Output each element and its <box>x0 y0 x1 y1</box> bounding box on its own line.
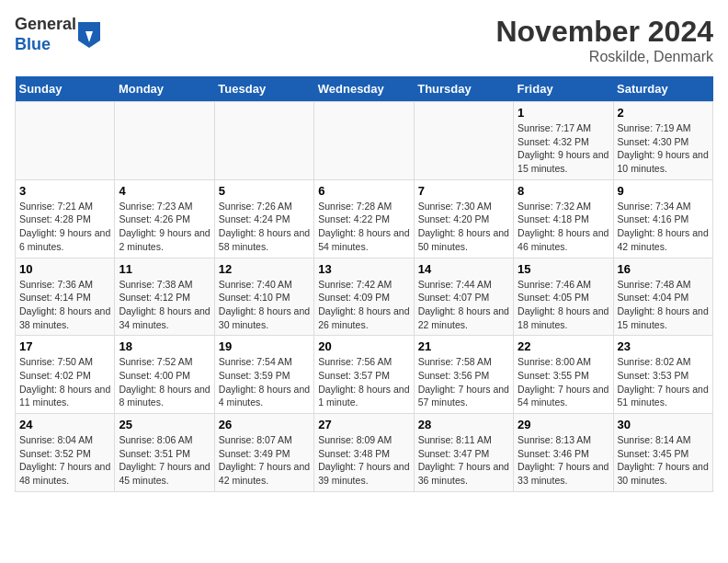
week-row-4: 17Sunrise: 7:50 AM Sunset: 4:02 PM Dayli… <box>16 336 713 414</box>
day-cell: 6Sunrise: 7:28 AM Sunset: 4:22 PM Daylig… <box>314 179 414 258</box>
day-info: Sunrise: 7:40 AM Sunset: 4:10 PM Dayligh… <box>219 278 310 332</box>
day-number: 27 <box>318 418 409 431</box>
day-cell: 11Sunrise: 7:38 AM Sunset: 4:12 PM Dayli… <box>115 258 214 336</box>
day-number: 20 <box>318 339 409 353</box>
day-cell: 27Sunrise: 8:09 AM Sunset: 3:48 PM Dayli… <box>314 414 414 492</box>
day-info: Sunrise: 7:44 AM Sunset: 4:07 PM Dayligh… <box>418 278 509 332</box>
day-info: Sunrise: 7:50 AM Sunset: 4:02 PM Dayligh… <box>19 355 110 409</box>
day-cell: 18Sunrise: 7:52 AM Sunset: 4:00 PM Dayli… <box>115 336 214 414</box>
page-header: General Blue November 2024 Roskilde, Den… <box>15 15 713 65</box>
day-info: Sunrise: 8:04 AM Sunset: 3:52 PM Dayligh… <box>19 433 110 488</box>
day-number: 25 <box>119 418 210 431</box>
day-info: Sunrise: 7:58 AM Sunset: 3:56 PM Dayligh… <box>418 355 509 409</box>
col-friday: Friday <box>514 76 613 102</box>
day-cell: 2Sunrise: 7:19 AM Sunset: 4:30 PM Daylig… <box>613 102 712 180</box>
day-cell: 14Sunrise: 7:44 AM Sunset: 4:07 PM Dayli… <box>414 258 513 336</box>
day-number: 12 <box>219 262 310 276</box>
day-info: Sunrise: 7:38 AM Sunset: 4:12 PM Dayligh… <box>119 278 210 332</box>
day-number: 22 <box>518 339 609 353</box>
day-cell: 16Sunrise: 7:48 AM Sunset: 4:04 PM Dayli… <box>613 258 712 336</box>
day-number: 4 <box>119 184 210 198</box>
day-info: Sunrise: 7:48 AM Sunset: 4:04 PM Dayligh… <box>618 278 709 332</box>
day-info: Sunrise: 7:28 AM Sunset: 4:22 PM Dayligh… <box>318 200 409 254</box>
day-info: Sunrise: 7:26 AM Sunset: 4:24 PM Dayligh… <box>219 200 310 254</box>
day-cell: 23Sunrise: 8:02 AM Sunset: 3:53 PM Dayli… <box>613 336 712 414</box>
week-row-5: 24Sunrise: 8:04 AM Sunset: 3:52 PM Dayli… <box>16 414 713 492</box>
day-info: Sunrise: 7:56 AM Sunset: 3:57 PM Dayligh… <box>318 355 409 409</box>
day-cell <box>115 102 214 180</box>
day-number: 9 <box>618 184 709 198</box>
day-cell: 15Sunrise: 7:46 AM Sunset: 4:05 PM Dayli… <box>514 258 613 336</box>
logo-general: General <box>15 15 76 33</box>
day-number: 23 <box>618 339 709 353</box>
day-info: Sunrise: 7:30 AM Sunset: 4:20 PM Dayligh… <box>418 200 509 254</box>
title-section: November 2024 Roskilde, Denmark <box>495 15 713 65</box>
day-cell: 5Sunrise: 7:26 AM Sunset: 4:24 PM Daylig… <box>214 179 313 258</box>
day-cell: 1Sunrise: 7:17 AM Sunset: 4:32 PM Daylig… <box>514 102 613 180</box>
day-number: 2 <box>618 106 709 120</box>
day-number: 10 <box>19 262 110 276</box>
day-cell: 22Sunrise: 8:00 AM Sunset: 3:55 PM Dayli… <box>514 336 613 414</box>
day-number: 15 <box>518 262 609 276</box>
day-info: Sunrise: 8:14 AM Sunset: 3:45 PM Dayligh… <box>618 433 709 488</box>
day-cell: 13Sunrise: 7:42 AM Sunset: 4:09 PM Dayli… <box>314 258 414 336</box>
day-info: Sunrise: 7:17 AM Sunset: 4:32 PM Dayligh… <box>518 121 609 176</box>
day-number: 29 <box>518 418 609 431</box>
day-cell: 19Sunrise: 7:54 AM Sunset: 3:59 PM Dayli… <box>214 336 313 414</box>
day-cell <box>414 102 513 180</box>
logo-text: General Blue <box>15 15 76 54</box>
logo: General Blue <box>15 15 100 54</box>
day-cell: 25Sunrise: 8:06 AM Sunset: 3:51 PM Dayli… <box>115 414 214 492</box>
day-cell: 20Sunrise: 7:56 AM Sunset: 3:57 PM Dayli… <box>314 336 414 414</box>
day-cell: 3Sunrise: 7:21 AM Sunset: 4:28 PM Daylig… <box>16 179 115 258</box>
day-number: 19 <box>219 339 310 353</box>
day-number: 24 <box>19 418 110 431</box>
day-info: Sunrise: 7:19 AM Sunset: 4:30 PM Dayligh… <box>618 121 709 176</box>
week-row-1: 1Sunrise: 7:17 AM Sunset: 4:32 PM Daylig… <box>16 102 713 180</box>
day-cell <box>314 102 414 180</box>
day-cell: 24Sunrise: 8:04 AM Sunset: 3:52 PM Dayli… <box>16 414 115 492</box>
day-info: Sunrise: 8:07 AM Sunset: 3:49 PM Dayligh… <box>219 433 310 488</box>
day-info: Sunrise: 8:02 AM Sunset: 3:53 PM Dayligh… <box>618 355 709 409</box>
day-info: Sunrise: 8:11 AM Sunset: 3:47 PM Dayligh… <box>418 433 509 488</box>
day-number: 30 <box>618 418 709 431</box>
day-cell: 10Sunrise: 7:36 AM Sunset: 4:14 PM Dayli… <box>16 258 115 336</box>
day-info: Sunrise: 8:00 AM Sunset: 3:55 PM Dayligh… <box>518 355 609 409</box>
day-number: 1 <box>518 106 609 120</box>
day-cell: 29Sunrise: 8:13 AM Sunset: 3:46 PM Dayli… <box>514 414 613 492</box>
day-info: Sunrise: 7:54 AM Sunset: 3:59 PM Dayligh… <box>219 355 310 409</box>
col-monday: Monday <box>115 76 214 102</box>
day-number: 7 <box>418 184 509 198</box>
col-sunday: Sunday <box>16 76 115 102</box>
calendar-header: Sunday Monday Tuesday Wednesday Thursday… <box>16 76 713 102</box>
day-info: Sunrise: 7:46 AM Sunset: 4:05 PM Dayligh… <box>518 278 609 332</box>
day-cell: 26Sunrise: 8:07 AM Sunset: 3:49 PM Dayli… <box>214 414 313 492</box>
day-info: Sunrise: 7:36 AM Sunset: 4:14 PM Dayligh… <box>19 278 110 332</box>
day-info: Sunrise: 7:52 AM Sunset: 4:00 PM Dayligh… <box>119 355 210 409</box>
day-number: 3 <box>19 184 110 198</box>
day-info: Sunrise: 7:23 AM Sunset: 4:26 PM Dayligh… <box>119 200 210 254</box>
day-number: 18 <box>119 339 210 353</box>
day-cell: 17Sunrise: 7:50 AM Sunset: 4:02 PM Dayli… <box>16 336 115 414</box>
day-number: 28 <box>418 418 509 431</box>
day-cell <box>214 102 313 180</box>
day-number: 16 <box>618 262 709 276</box>
header-row: Sunday Monday Tuesday Wednesday Thursday… <box>16 76 713 102</box>
location: Roskilde, Denmark <box>495 49 713 65</box>
week-row-3: 10Sunrise: 7:36 AM Sunset: 4:14 PM Dayli… <box>16 258 713 336</box>
week-row-2: 3Sunrise: 7:21 AM Sunset: 4:28 PM Daylig… <box>16 179 713 258</box>
day-number: 17 <box>19 339 110 353</box>
day-cell: 21Sunrise: 7:58 AM Sunset: 3:56 PM Dayli… <box>414 336 513 414</box>
calendar-table: Sunday Monday Tuesday Wednesday Thursday… <box>15 76 713 492</box>
day-cell: 9Sunrise: 7:34 AM Sunset: 4:16 PM Daylig… <box>613 179 712 258</box>
day-cell: 4Sunrise: 7:23 AM Sunset: 4:26 PM Daylig… <box>115 179 214 258</box>
day-number: 14 <box>418 262 509 276</box>
day-number: 5 <box>219 184 310 198</box>
day-info: Sunrise: 8:06 AM Sunset: 3:51 PM Dayligh… <box>119 433 210 488</box>
col-saturday: Saturday <box>613 76 712 102</box>
day-number: 6 <box>318 184 409 198</box>
day-number: 8 <box>518 184 609 198</box>
month-year: November 2024 <box>495 15 713 49</box>
day-cell: 7Sunrise: 7:30 AM Sunset: 4:20 PM Daylig… <box>414 179 513 258</box>
day-info: Sunrise: 7:34 AM Sunset: 4:16 PM Dayligh… <box>618 200 709 254</box>
